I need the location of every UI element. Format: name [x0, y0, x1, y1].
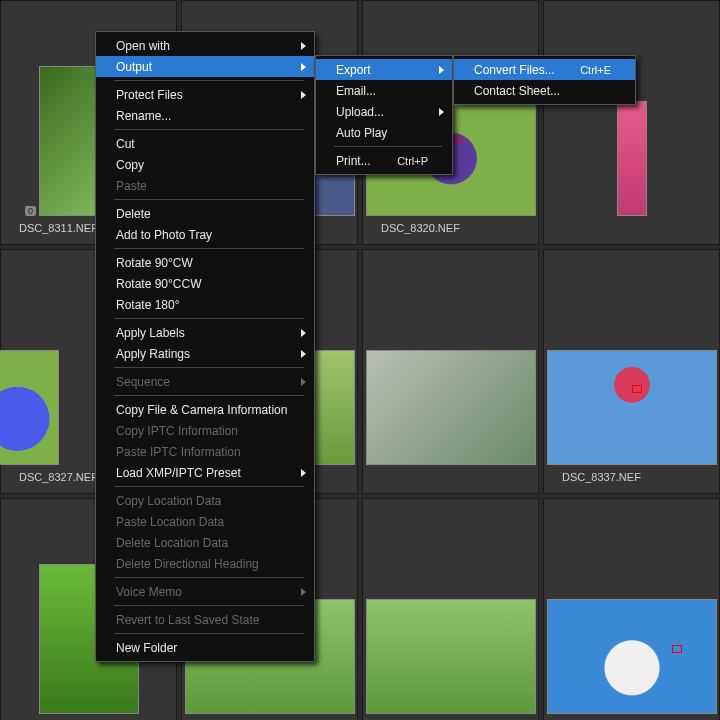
menu-label: Delete Location Data: [116, 536, 228, 550]
chevron-right-icon: [439, 108, 444, 116]
menu-email[interactable]: Email...: [316, 80, 452, 101]
menu-label: Cut: [116, 137, 135, 151]
thumbnail-image: [547, 599, 717, 714]
menu-contact-sheet[interactable]: Contact Sheet...: [454, 80, 635, 101]
thumbnail-image: [547, 350, 717, 465]
menu-copy[interactable]: Copy: [96, 154, 314, 175]
menu-copy-location: Copy Location Data: [96, 490, 314, 511]
menu-label: Rename...: [116, 109, 171, 123]
menu-label: Contact Sheet...: [474, 84, 560, 98]
context-menu: Open with Output Protect Files Rename...…: [95, 31, 315, 662]
menu-label: Rotate 180°: [116, 298, 180, 312]
thumbnail-image: [366, 350, 536, 465]
menu-load-xmp-iptc-preset[interactable]: Load XMP/IPTC Preset: [96, 462, 314, 483]
menu-protect-files[interactable]: Protect Files: [96, 84, 314, 105]
menu-sequence: Sequence: [96, 371, 314, 392]
thumbnail-cell[interactable]: [362, 249, 539, 494]
menu-upload[interactable]: Upload...: [316, 101, 452, 122]
menu-delete-heading: Delete Directional Heading: [96, 553, 314, 574]
menu-open-with[interactable]: Open with: [96, 35, 314, 56]
menu-add-photo-tray[interactable]: Add to Photo Tray: [96, 224, 314, 245]
menu-export[interactable]: Export: [316, 59, 452, 80]
menu-separator: [114, 199, 304, 200]
menu-label: Upload...: [336, 105, 384, 119]
filename-label: DSC_8311.NEF: [1, 222, 98, 234]
menu-new-folder[interactable]: New Folder: [96, 637, 314, 658]
menu-label: Convert Files...: [474, 63, 555, 77]
thumbnail-image: [617, 101, 647, 216]
menu-rotate-cw[interactable]: Rotate 90°CW: [96, 252, 314, 273]
menu-delete[interactable]: Delete: [96, 203, 314, 224]
menu-label: Delete Directional Heading: [116, 557, 259, 571]
menu-label: Voice Memo: [116, 585, 182, 599]
chevron-right-icon: [301, 378, 306, 386]
menu-label: Output: [116, 60, 152, 74]
menu-delete-location: Delete Location Data: [96, 532, 314, 553]
menu-label: Export: [336, 63, 371, 77]
menu-rename[interactable]: Rename...: [96, 105, 314, 126]
menu-paste-location: Paste Location Data: [96, 511, 314, 532]
menu-label: Apply Labels: [116, 326, 185, 340]
chevron-right-icon: [439, 66, 444, 74]
menu-apply-labels[interactable]: Apply Labels: [96, 322, 314, 343]
menu-label: Rotate 90°CCW: [116, 277, 202, 291]
thumbnail-cell[interactable]: [362, 498, 539, 720]
menu-rotate-ccw[interactable]: Rotate 90°CCW: [96, 273, 314, 294]
menu-label: New Folder: [116, 641, 177, 655]
thumbnail-cell[interactable]: [543, 0, 720, 245]
menu-separator: [114, 605, 304, 606]
menu-print[interactable]: Print...Ctrl+P: [316, 150, 452, 171]
submenu-export: Convert Files...Ctrl+E Contact Sheet...: [453, 55, 636, 105]
thumbnail-cell[interactable]: DSC_8337.NEF: [543, 249, 720, 494]
chevron-right-icon: [301, 329, 306, 337]
chevron-right-icon: [301, 469, 306, 477]
menu-separator: [114, 395, 304, 396]
menu-output[interactable]: Output: [96, 56, 314, 77]
menu-convert-files[interactable]: Convert Files...Ctrl+E: [454, 59, 635, 80]
menu-label: Load XMP/IPTC Preset: [116, 466, 241, 480]
menu-label: Auto Play: [336, 126, 387, 140]
menu-revert: Revert to Last Saved State: [96, 609, 314, 630]
menu-label: Revert to Last Saved State: [116, 613, 259, 627]
menu-separator: [114, 80, 304, 81]
menu-separator: [114, 577, 304, 578]
menu-apply-ratings[interactable]: Apply Ratings: [96, 343, 314, 364]
menu-separator: [114, 129, 304, 130]
menu-label: Email...: [336, 84, 376, 98]
menu-label: Protect Files: [116, 88, 183, 102]
menu-label: Apply Ratings: [116, 347, 190, 361]
chevron-right-icon: [301, 91, 306, 99]
menu-label: Open with: [116, 39, 170, 53]
menu-label: Copy IPTC Information: [116, 424, 238, 438]
menu-paste: Paste: [96, 175, 314, 196]
menu-label: Paste Location Data: [116, 515, 224, 529]
filename-label: DSC_8320.NEF: [363, 222, 460, 234]
menu-cut[interactable]: Cut: [96, 133, 314, 154]
menu-rotate-180[interactable]: Rotate 180°: [96, 294, 314, 315]
menu-paste-iptc: Paste IPTC Information: [96, 441, 314, 462]
menu-label: Copy Location Data: [116, 494, 221, 508]
submenu-output: Export Email... Upload... Auto Play Prin…: [315, 55, 453, 175]
menu-copy-iptc: Copy IPTC Information: [96, 420, 314, 441]
shortcut-label: Ctrl+E: [580, 64, 611, 76]
thumbnail-image: [366, 599, 536, 714]
menu-label: Paste IPTC Information: [116, 445, 241, 459]
menu-separator: [114, 367, 304, 368]
menu-voice-memo: Voice Memo: [96, 581, 314, 602]
chevron-right-icon: [301, 350, 306, 358]
thumbnail-image: [0, 350, 59, 465]
chevron-right-icon: [301, 588, 306, 596]
menu-separator: [114, 486, 304, 487]
menu-label: Sequence: [116, 375, 170, 389]
menu-label: Copy File & Camera Information: [116, 403, 287, 417]
menu-label: Print...: [336, 154, 371, 168]
menu-copy-file-camera-info[interactable]: Copy File & Camera Information: [96, 399, 314, 420]
menu-auto-play[interactable]: Auto Play: [316, 122, 452, 143]
menu-label: Copy: [116, 158, 144, 172]
thumbnail-cell[interactable]: DSC_8366.NEF: [543, 498, 720, 720]
filename-label: DSC_8327.NEF: [1, 471, 98, 483]
menu-label: Rotate 90°CW: [116, 256, 193, 270]
filename-label: DSC_8337.NEF: [544, 471, 641, 483]
menu-label: Add to Photo Tray: [116, 228, 212, 242]
menu-label: Paste: [116, 179, 147, 193]
